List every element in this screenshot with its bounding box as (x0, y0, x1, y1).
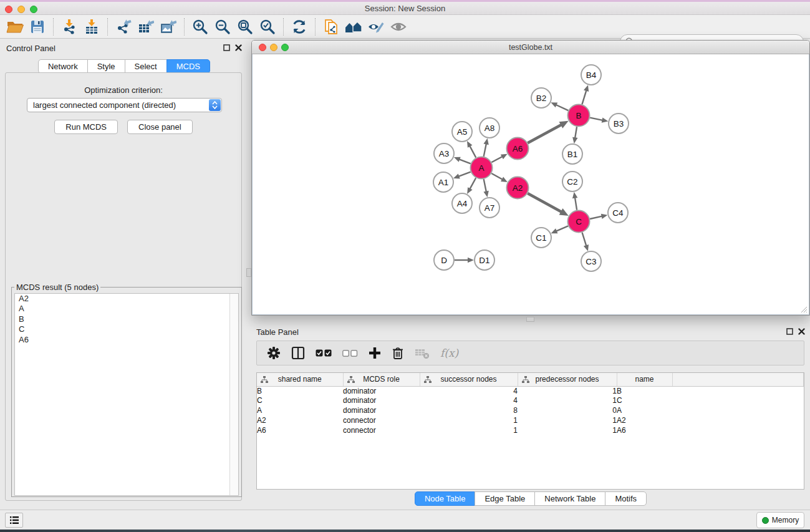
graph-node-C[interactable]: C (568, 211, 590, 233)
table-cell[interactable]: 0 (518, 406, 617, 416)
graph-node-A5[interactable]: A5 (452, 122, 472, 142)
save-session-button[interactable] (26, 17, 49, 37)
list-item[interactable]: A2 (15, 294, 238, 304)
table-cell[interactable]: A2 (617, 416, 672, 426)
create-column-button[interactable] (369, 347, 381, 359)
graph-node-A[interactable]: A (471, 157, 493, 179)
column-header[interactable]: successor nodes (420, 373, 518, 386)
column-header[interactable]: predecessor nodes (518, 373, 617, 386)
deselect-all-button[interactable] (342, 350, 358, 357)
tab-style[interactable]: Style (87, 59, 125, 74)
tab-motifs[interactable]: Motifs (605, 491, 647, 506)
zoom-out-button[interactable] (211, 17, 234, 37)
table-row[interactable]: A6connector11A6 (257, 426, 804, 436)
graph-node-B1[interactable]: B1 (562, 144, 582, 164)
import-network-button[interactable] (58, 17, 80, 37)
first-neighbors-button[interactable] (342, 17, 365, 37)
graph-node-B4[interactable]: B4 (581, 65, 601, 85)
refresh-button[interactable] (288, 17, 311, 37)
function-builder-button[interactable]: f(x) (440, 347, 458, 359)
graph-node-A2[interactable]: A2 (507, 177, 529, 199)
tab-network-table[interactable]: Network Table (534, 491, 605, 506)
graph-edge-B-B2[interactable] (556, 105, 569, 110)
export-network-button[interactable] (112, 17, 135, 37)
network-window-titlebar[interactable]: testGlobe.txt (252, 41, 809, 54)
table-cell[interactable]: 1 (420, 416, 518, 426)
graph-edge-C-C2[interactable] (575, 198, 577, 210)
table-cell[interactable]: 1 (518, 396, 617, 406)
zoom-fit-button[interactable] (234, 17, 256, 37)
graph-edge-B-B1[interactable] (575, 127, 577, 138)
run-mcds-button[interactable]: Run MCDS (54, 120, 118, 134)
tab-node-table[interactable]: Node Table (415, 491, 476, 506)
table-cell[interactable]: 1 (518, 386, 617, 396)
table-cell[interactable]: C (257, 396, 343, 406)
graph-edge-A6-B[interactable] (528, 125, 561, 143)
import-table-button[interactable] (80, 17, 103, 37)
list-scrollbar[interactable] (229, 294, 238, 495)
show-hide-graphics-button[interactable] (365, 17, 387, 37)
export-image-button[interactable] (157, 17, 180, 37)
close-panel-button[interactable]: Close panel (127, 120, 193, 134)
graph-node-A1[interactable]: A1 (433, 172, 453, 192)
open-session-button[interactable] (4, 17, 26, 37)
table-row[interactable]: Adominator80A (257, 406, 804, 416)
show-columns-button[interactable] (291, 346, 305, 360)
tab-select[interactable]: Select (125, 59, 167, 74)
table-cell[interactable]: A (617, 406, 672, 416)
hide-details-button[interactable] (387, 17, 410, 37)
graph-node-A8[interactable]: A8 (480, 118, 499, 138)
table-cell[interactable]: dominator (343, 396, 420, 406)
float-panel-icon[interactable] (223, 44, 230, 51)
table-cell[interactable]: A2 (257, 416, 343, 426)
export-table-button[interactable] (135, 17, 157, 37)
graph-node-C4[interactable]: C4 (608, 203, 628, 223)
graph-edge-B-B4[interactable] (582, 90, 586, 104)
table-cell[interactable]: dominator (343, 386, 420, 396)
zoom-selected-button[interactable] (256, 17, 279, 37)
table-settings-button[interactable] (267, 346, 281, 360)
show-panels-button[interactable] (5, 513, 23, 528)
table-cell[interactable]: A6 (257, 426, 343, 436)
tab-edge-table[interactable]: Edge Table (475, 491, 535, 506)
float-panel-icon[interactable] (786, 328, 793, 335)
table-cell[interactable]: dominator (343, 406, 420, 416)
graph-node-B[interactable]: B (568, 105, 590, 127)
graph-node-C1[interactable]: C1 (531, 228, 551, 248)
graph-edge-C-C1[interactable] (556, 226, 568, 231)
column-header[interactable]: shared name (257, 373, 343, 386)
list-item[interactable]: B (15, 314, 238, 324)
list-item[interactable]: A (15, 304, 238, 314)
graph-edge-A-A6[interactable] (491, 157, 502, 162)
column-header[interactable]: MCDS role (343, 373, 420, 386)
graph-node-A6[interactable]: A6 (507, 138, 529, 160)
resize-grip-icon[interactable] (801, 306, 808, 313)
graph-edge-A-A5[interactable] (470, 146, 476, 158)
delete-table-button[interactable] (415, 347, 430, 359)
table-row[interactable]: Cdominator41C (257, 396, 804, 406)
column-header[interactable]: name (617, 373, 672, 386)
table-cell[interactable]: A6 (617, 426, 672, 436)
graph-node-B2[interactable]: B2 (531, 88, 551, 108)
table-row[interactable]: A2connector11A2 (257, 416, 804, 426)
graph-edge-A-A4[interactable] (470, 178, 476, 189)
graph-edge-A-A7[interactable] (484, 179, 486, 191)
table-cell[interactable]: A (257, 406, 343, 416)
criterion-dropdown[interactable]: largest connected component (directed) (27, 98, 222, 112)
table-cell[interactable]: B (257, 386, 343, 396)
horizontal-split-handle[interactable] (526, 317, 534, 322)
tab-network[interactable]: Network (38, 59, 88, 74)
table-cell[interactable]: 4 (420, 386, 518, 396)
graph-node-A7[interactable]: A7 (480, 198, 499, 218)
table-cell[interactable]: connector (343, 426, 420, 436)
graph-edge-A-A8[interactable] (484, 143, 486, 156)
delete-column-button[interactable] (392, 346, 404, 360)
graph-edge-A-A3[interactable] (459, 159, 470, 163)
graph-node-D[interactable]: D (434, 250, 454, 270)
zoom-in-button[interactable] (189, 17, 211, 37)
graph-node-B3[interactable]: B3 (609, 114, 629, 133)
graph-node-A4[interactable]: A4 (452, 193, 472, 213)
graph-node-C2[interactable]: C2 (562, 172, 582, 191)
graph-edge-B-B3[interactable] (590, 118, 602, 120)
table-cell[interactable]: 8 (420, 406, 518, 416)
